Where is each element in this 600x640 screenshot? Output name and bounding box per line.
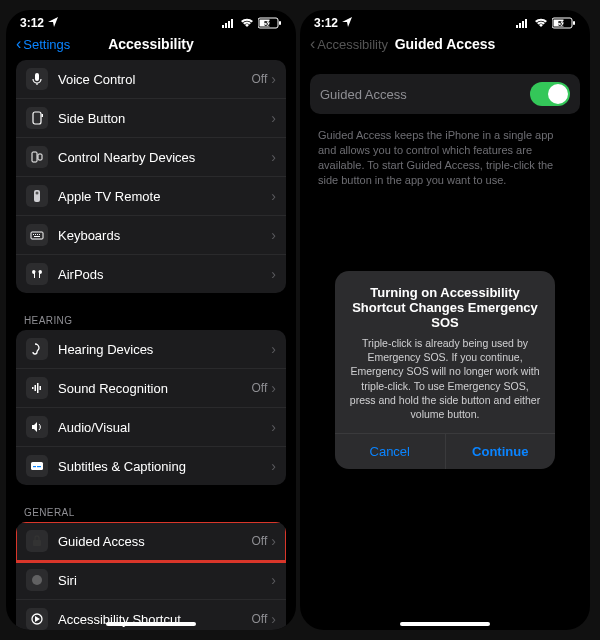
- group-hearing: Hearing Devices›Sound RecognitionOff›Aud…: [16, 330, 286, 485]
- svg-rect-12: [38, 154, 42, 160]
- svg-rect-23: [37, 383, 39, 393]
- row-guided-access-toggle[interactable]: Guided Access: [310, 74, 580, 114]
- svg-rect-36: [519, 23, 521, 28]
- row-label: Apple TV Remote: [58, 189, 271, 204]
- continue-button[interactable]: Continue: [445, 434, 556, 469]
- svg-rect-11: [32, 152, 37, 162]
- svg-rect-41: [573, 21, 575, 25]
- row-control-nearby[interactable]: Control Nearby Devices›: [16, 138, 286, 177]
- row-label: Keyboards: [58, 228, 271, 243]
- chevron-right-icon: ›: [271, 266, 276, 282]
- svg-rect-28: [33, 540, 41, 546]
- row-value: Off: [252, 72, 268, 86]
- location-icon: [48, 16, 58, 30]
- row-value: Off: [252, 381, 268, 395]
- svg-rect-35: [516, 25, 518, 28]
- row-hearing-devices[interactable]: Hearing Devices›: [16, 330, 286, 369]
- clock: 3:12: [314, 16, 338, 30]
- row-siri[interactable]: Siri›: [16, 561, 286, 600]
- chevron-right-icon: ›: [271, 149, 276, 165]
- svg-rect-19: [39, 234, 40, 235]
- phone-left: 3:12 52 ‹ Settings Accessibility Voice C…: [6, 10, 296, 630]
- row-airpods[interactable]: AirPods›: [16, 255, 286, 293]
- section-header-hearing: HEARING: [6, 303, 296, 330]
- voice-control-icon: [26, 68, 48, 90]
- back-button[interactable]: ‹ Settings: [16, 36, 70, 52]
- alert-message: Triple-click is already being used by Em…: [335, 336, 555, 433]
- airpods-icon: [26, 263, 48, 285]
- nearby-icon: [26, 146, 48, 168]
- status-bar: 3:12 52: [6, 10, 296, 32]
- row-label: Control Nearby Devices: [58, 150, 271, 165]
- cancel-button[interactable]: Cancel: [335, 434, 445, 469]
- row-label: Siri: [58, 573, 271, 588]
- location-icon: [342, 16, 352, 30]
- row-value: Off: [252, 612, 268, 626]
- row-keyboards[interactable]: Keyboards›: [16, 216, 286, 255]
- page-title: Accessibility: [108, 36, 194, 52]
- svg-rect-8: [35, 73, 39, 81]
- row-label: Subtitles & Captioning: [58, 459, 271, 474]
- toggle-switch[interactable]: [530, 82, 570, 106]
- home-indicator[interactable]: [400, 622, 490, 626]
- chevron-right-icon: ›: [271, 71, 276, 87]
- status-bar: 3:12 52: [300, 10, 590, 32]
- svg-point-29: [32, 575, 42, 585]
- row-label: Voice Control: [58, 72, 252, 87]
- keyboard-icon: [26, 224, 48, 246]
- svg-rect-24: [40, 386, 42, 390]
- row-guided-access[interactable]: Guided AccessOff›: [16, 522, 286, 561]
- row-sound-recognition[interactable]: Sound RecognitionOff›: [16, 369, 286, 408]
- shortcut-icon: [26, 608, 48, 630]
- svg-text:52: 52: [558, 20, 566, 27]
- row-label: AirPods: [58, 267, 271, 282]
- signal-icon: [516, 18, 530, 28]
- row-value: Off: [252, 534, 268, 548]
- row-side-button[interactable]: Side Button›: [16, 99, 286, 138]
- chevron-right-icon: ›: [271, 533, 276, 549]
- svg-rect-15: [31, 232, 43, 239]
- svg-rect-6: [279, 21, 281, 25]
- svg-point-14: [36, 192, 39, 195]
- row-label: Audio/Visual: [58, 420, 271, 435]
- row-label: Side Button: [58, 111, 271, 126]
- signal-icon: [222, 18, 236, 28]
- wifi-icon: [534, 18, 548, 28]
- sound-icon: [26, 377, 48, 399]
- row-audio-visual[interactable]: Audio/Visual›: [16, 408, 286, 447]
- home-indicator[interactable]: [106, 622, 196, 626]
- row-apple-tv-remote[interactable]: Apple TV Remote›: [16, 177, 286, 216]
- back-button[interactable]: ‹ Accessibility: [310, 36, 388, 52]
- section-header-general: GENERAL: [6, 495, 296, 522]
- chevron-right-icon: ›: [271, 419, 276, 435]
- group-physical: Voice ControlOff›Side Button›Control Nea…: [16, 60, 286, 293]
- back-label: Settings: [23, 37, 70, 52]
- svg-rect-21: [32, 387, 34, 389]
- svg-rect-18: [37, 234, 38, 235]
- row-label: Sound Recognition: [58, 381, 252, 396]
- chevron-right-icon: ›: [271, 611, 276, 627]
- row-subtitles[interactable]: Subtitles & Captioning›: [16, 447, 286, 485]
- phone-right: 3:12 52 ‹ Accessibility Guided Access Gu…: [300, 10, 590, 630]
- toggle-description: Guided Access keeps the iPhone in a sing…: [300, 124, 590, 187]
- svg-rect-16: [33, 234, 34, 235]
- group-guided-access: Guided Access: [310, 74, 580, 114]
- svg-rect-22: [35, 385, 37, 391]
- subtitles-icon: [26, 455, 48, 477]
- remote-icon: [26, 185, 48, 207]
- svg-rect-20: [34, 236, 40, 237]
- row-label: Hearing Devices: [58, 342, 271, 357]
- siri-icon: [26, 569, 48, 591]
- svg-rect-26: [33, 466, 36, 467]
- battery-icon: 52: [552, 17, 576, 29]
- nav-bar: ‹ Accessibility Guided Access: [300, 32, 590, 60]
- svg-rect-9: [33, 112, 41, 124]
- group-general: Guided AccessOff›Siri›Accessibility Shor…: [16, 522, 286, 630]
- row-voice-control[interactable]: Voice ControlOff›: [16, 60, 286, 99]
- chevron-right-icon: ›: [271, 380, 276, 396]
- svg-rect-10: [42, 114, 44, 117]
- alert-dialog: Turning on Accessibility Shortcut Change…: [335, 271, 555, 469]
- page-title: Guided Access: [395, 36, 496, 52]
- svg-rect-0: [222, 25, 224, 28]
- chevron-right-icon: ›: [271, 188, 276, 204]
